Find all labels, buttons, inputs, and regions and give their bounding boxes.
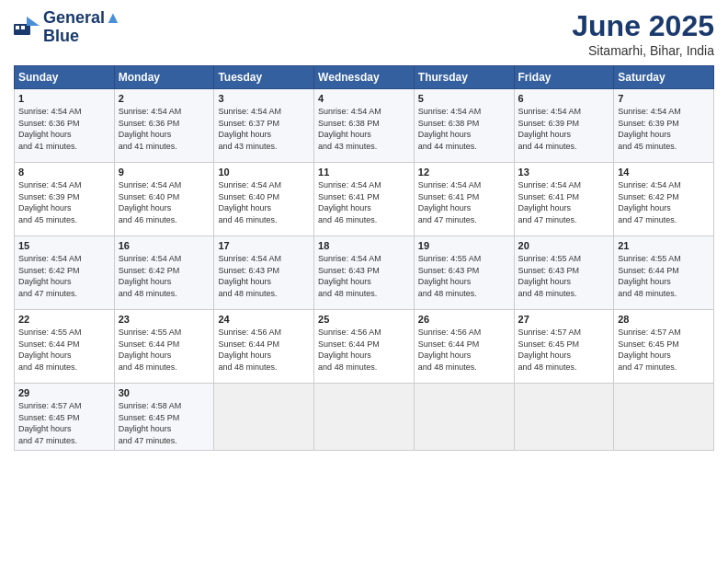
calendar-cell: 29 Sunrise: 4:57 AM Sunset: 6:45 PM Dayl… [15, 384, 115, 451]
day-info: Sunrise: 4:56 AM Sunset: 6:44 PM Dayligh… [418, 327, 510, 373]
calendar-cell: 5 Sunrise: 4:54 AM Sunset: 6:38 PM Dayli… [414, 89, 514, 163]
calendar-cell [214, 384, 314, 451]
calendar-cell: 28 Sunrise: 4:57 AM Sunset: 6:45 PM Dayl… [614, 310, 714, 384]
day-number: 11 [318, 167, 410, 178]
weekday-header: Tuesday [214, 66, 314, 89]
weekday-header: Wednesday [314, 66, 415, 89]
day-info: Sunrise: 4:57 AM Sunset: 6:45 PM Dayligh… [18, 400, 110, 446]
day-info: Sunrise: 4:54 AM Sunset: 6:42 PM Dayligh… [618, 179, 710, 225]
day-number: 27 [518, 314, 610, 325]
day-number: 2 [119, 93, 210, 104]
calendar-cell: 18 Sunrise: 4:54 AM Sunset: 6:43 PM Dayl… [314, 236, 415, 310]
calendar-cell: 12 Sunrise: 4:54 AM Sunset: 6:41 PM Dayl… [414, 163, 514, 236]
calendar-cell: 2 Sunrise: 4:54 AM Sunset: 6:36 PM Dayli… [114, 89, 214, 163]
calendar-cell: 30 Sunrise: 4:58 AM Sunset: 6:45 PM Dayl… [114, 384, 214, 451]
day-number: 9 [119, 167, 210, 178]
calendar-cell: 8 Sunrise: 4:54 AM Sunset: 6:39 PM Dayli… [15, 163, 115, 236]
month-title: June 2025 [572, 9, 714, 43]
calendar-cell: 26 Sunrise: 4:56 AM Sunset: 6:44 PM Dayl… [414, 310, 514, 384]
day-info: Sunrise: 4:54 AM Sunset: 6:40 PM Dayligh… [218, 179, 310, 225]
calendar-cell: 9 Sunrise: 4:54 AM Sunset: 6:40 PM Dayli… [114, 163, 214, 236]
day-info: Sunrise: 4:54 AM Sunset: 6:40 PM Dayligh… [119, 179, 210, 225]
day-number: 16 [119, 240, 210, 251]
weekday-header: Saturday [614, 66, 714, 89]
day-number: 5 [418, 93, 510, 104]
day-info: Sunrise: 4:55 AM Sunset: 6:44 PM Dayligh… [618, 253, 710, 299]
calendar-table: SundayMondayTuesdayWednesdayThursdayFrid… [14, 65, 714, 451]
day-info: Sunrise: 4:54 AM Sunset: 6:36 PM Dayligh… [18, 106, 110, 152]
logo-text: General▲ Blue [43, 9, 121, 46]
calendar-cell: 13 Sunrise: 4:54 AM Sunset: 6:41 PM Dayl… [514, 163, 614, 236]
calendar-cell: 24 Sunrise: 4:56 AM Sunset: 6:44 PM Dayl… [214, 310, 314, 384]
calendar-cell [314, 384, 415, 451]
calendar-cell: 20 Sunrise: 4:55 AM Sunset: 6:43 PM Dayl… [514, 236, 614, 310]
day-info: Sunrise: 4:54 AM Sunset: 6:41 PM Dayligh… [518, 179, 610, 225]
day-info: Sunrise: 4:55 AM Sunset: 6:43 PM Dayligh… [518, 253, 610, 299]
day-info: Sunrise: 4:54 AM Sunset: 6:42 PM Dayligh… [18, 253, 110, 299]
calendar-cell: 10 Sunrise: 4:54 AM Sunset: 6:40 PM Dayl… [214, 163, 314, 236]
day-info: Sunrise: 4:54 AM Sunset: 6:38 PM Dayligh… [318, 106, 410, 152]
svg-rect-2 [16, 26, 19, 29]
day-info: Sunrise: 4:54 AM Sunset: 6:38 PM Dayligh… [418, 106, 510, 152]
day-number: 13 [518, 167, 610, 178]
calendar-cell [514, 384, 614, 451]
day-info: Sunrise: 4:54 AM Sunset: 6:43 PM Dayligh… [318, 253, 410, 299]
calendar-cell: 1 Sunrise: 4:54 AM Sunset: 6:36 PM Dayli… [15, 89, 115, 163]
day-info: Sunrise: 4:54 AM Sunset: 6:41 PM Dayligh… [318, 179, 410, 225]
day-number: 22 [18, 314, 110, 325]
day-info: Sunrise: 4:55 AM Sunset: 6:44 PM Dayligh… [119, 327, 210, 373]
day-info: Sunrise: 4:55 AM Sunset: 6:43 PM Dayligh… [418, 253, 510, 299]
calendar-cell: 15 Sunrise: 4:54 AM Sunset: 6:42 PM Dayl… [15, 236, 115, 310]
day-info: Sunrise: 4:54 AM Sunset: 6:39 PM Dayligh… [18, 179, 110, 225]
day-info: Sunrise: 4:54 AM Sunset: 6:41 PM Dayligh… [418, 179, 510, 225]
day-info: Sunrise: 4:54 AM Sunset: 6:39 PM Dayligh… [518, 106, 610, 152]
day-number: 24 [218, 314, 310, 325]
calendar-cell: 19 Sunrise: 4:55 AM Sunset: 6:43 PM Dayl… [414, 236, 514, 310]
logo: General▲ Blue [14, 9, 121, 46]
day-number: 20 [518, 240, 610, 251]
calendar-cell: 17 Sunrise: 4:54 AM Sunset: 6:43 PM Dayl… [214, 236, 314, 310]
day-info: Sunrise: 4:54 AM Sunset: 6:42 PM Dayligh… [119, 253, 210, 299]
calendar-cell: 25 Sunrise: 4:56 AM Sunset: 6:44 PM Dayl… [314, 310, 415, 384]
day-number: 29 [18, 387, 110, 398]
day-number: 10 [218, 167, 310, 178]
day-info: Sunrise: 4:54 AM Sunset: 6:36 PM Dayligh… [119, 106, 210, 152]
calendar-cell: 22 Sunrise: 4:55 AM Sunset: 6:44 PM Dayl… [15, 310, 115, 384]
calendar-cell: 4 Sunrise: 4:54 AM Sunset: 6:38 PM Dayli… [314, 89, 415, 163]
day-info: Sunrise: 4:56 AM Sunset: 6:44 PM Dayligh… [218, 327, 310, 373]
day-number: 30 [119, 387, 210, 398]
calendar-cell: 27 Sunrise: 4:57 AM Sunset: 6:45 PM Dayl… [514, 310, 614, 384]
day-number: 14 [618, 167, 710, 178]
day-number: 25 [318, 314, 410, 325]
day-number: 18 [318, 240, 410, 251]
weekday-header: Thursday [414, 66, 514, 89]
day-number: 7 [618, 93, 710, 104]
day-info: Sunrise: 4:55 AM Sunset: 6:44 PM Dayligh… [18, 327, 110, 373]
weekday-header: Monday [114, 66, 214, 89]
day-number: 3 [218, 93, 310, 104]
day-number: 28 [618, 314, 710, 325]
day-number: 8 [18, 167, 110, 178]
day-info: Sunrise: 4:58 AM Sunset: 6:45 PM Dayligh… [119, 400, 210, 446]
calendar-cell [414, 384, 514, 451]
day-info: Sunrise: 4:54 AM Sunset: 6:39 PM Dayligh… [618, 106, 710, 152]
day-number: 21 [618, 240, 710, 251]
svg-rect-3 [21, 26, 25, 29]
day-info: Sunrise: 4:54 AM Sunset: 6:37 PM Dayligh… [218, 106, 310, 152]
day-info: Sunrise: 4:54 AM Sunset: 6:43 PM Dayligh… [218, 253, 310, 299]
calendar-cell: 21 Sunrise: 4:55 AM Sunset: 6:44 PM Dayl… [614, 236, 714, 310]
day-number: 19 [418, 240, 510, 251]
svg-marker-1 [27, 17, 40, 26]
day-number: 17 [218, 240, 310, 251]
calendar-cell: 23 Sunrise: 4:55 AM Sunset: 6:44 PM Dayl… [114, 310, 214, 384]
calendar-cell: 7 Sunrise: 4:54 AM Sunset: 6:39 PM Dayli… [614, 89, 714, 163]
calendar-cell: 3 Sunrise: 4:54 AM Sunset: 6:37 PM Dayli… [214, 89, 314, 163]
day-info: Sunrise: 4:57 AM Sunset: 6:45 PM Dayligh… [618, 327, 710, 373]
day-number: 26 [418, 314, 510, 325]
location: Sitamarhi, Bihar, India [572, 43, 714, 58]
calendar-container: General▲ Blue June 2025 Sitamarhi, Bihar… [0, 0, 728, 460]
day-number: 12 [418, 167, 510, 178]
day-number: 4 [318, 93, 410, 104]
day-number: 1 [18, 93, 110, 104]
header: General▲ Blue June 2025 Sitamarhi, Bihar… [14, 9, 714, 58]
